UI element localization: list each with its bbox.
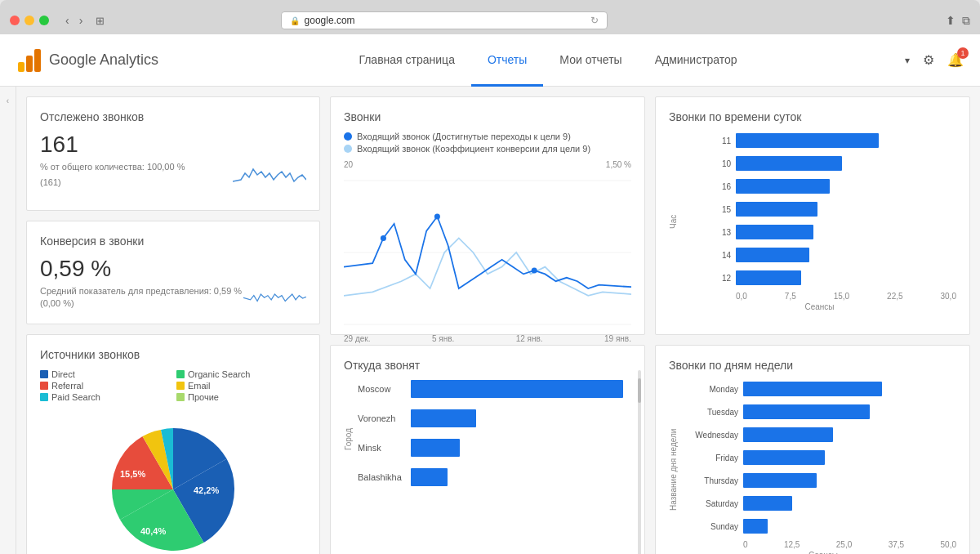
nav-my-reports[interactable]: Мои отчеты xyxy=(543,35,638,87)
city-row-voronezh: Voronezh xyxy=(358,409,631,427)
hour-x-3: 22,5 xyxy=(887,292,902,301)
svg-text:15,5%: 15,5% xyxy=(120,469,145,479)
friday-bar xyxy=(743,450,825,465)
conversion-sparkline xyxy=(243,278,306,311)
origin-y-axis: Город xyxy=(344,380,353,498)
by-weekday-card: Звонки по дням недели Название дня недел… xyxy=(655,345,970,554)
address-bar[interactable]: 🔒 google.com ↻ xyxy=(281,11,608,29)
calls-chart-area: 20 1,50 % xyxy=(344,160,631,355)
saturday-label: Saturday xyxy=(690,499,743,508)
nav-arrows: ‹ › xyxy=(62,12,86,29)
svg-rect-2 xyxy=(34,49,41,72)
column-2: Звонки Входящий звонок (Достигнутые пере… xyxy=(330,96,645,554)
pie-container: 42,2% 40,4% 15,5% xyxy=(40,410,306,554)
hour-10-label: 10 xyxy=(683,159,736,168)
calls-chart-legend: Входящий звонок (Достигнутые переходы к … xyxy=(344,132,631,154)
nav-home[interactable]: Главная страница xyxy=(342,35,471,87)
by-weekday-title: Звонки по дням недели xyxy=(669,359,956,372)
legend-conversion-label: Входящий звонок (Коэффициент конверсии д… xyxy=(357,144,590,154)
minimize-button[interactable] xyxy=(24,16,34,25)
city-bars: Moscow Voronezh Minsk xyxy=(358,380,631,498)
weekday-row-saturday: Saturday xyxy=(690,494,956,512)
organic-dot xyxy=(176,370,185,378)
conversion-value: 0,59 % xyxy=(40,256,243,282)
other-dot xyxy=(176,393,185,401)
hour-14-label: 14 xyxy=(683,251,736,260)
fullscreen-icon[interactable]: ⧉ xyxy=(962,14,970,28)
city-voronezh: Voronezh xyxy=(358,413,411,423)
referral-dot xyxy=(40,382,48,390)
hour-12-label: 12 xyxy=(683,274,736,283)
main-nav: Главная страница Отчеты Мои отчеты Админ… xyxy=(191,35,905,86)
legend-incoming: Входящий звонок (Достигнутые переходы к … xyxy=(344,132,631,141)
reload-button[interactable]: ⊞ xyxy=(92,13,108,29)
maximize-button[interactable] xyxy=(39,16,49,25)
hour-bars-wrapper: 11 10 16 15 xyxy=(683,132,956,311)
direct-label: Direct xyxy=(51,369,75,379)
browser-actions: ⬆ ⧉ xyxy=(946,14,970,28)
share-icon[interactable]: ⬆ xyxy=(946,14,956,28)
hour-10-bar xyxy=(736,156,842,171)
hour-row-10: 10 xyxy=(683,154,956,172)
hour-13-label: 13 xyxy=(683,228,736,237)
svg-rect-0 xyxy=(18,62,24,72)
forward-button[interactable]: › xyxy=(76,12,87,29)
scrollbar-thumb xyxy=(638,378,641,403)
conversion-sub: Средний показатель для представления: 0,… xyxy=(40,285,243,311)
friday-label: Friday xyxy=(690,453,743,462)
saturday-bar xyxy=(743,496,792,511)
email-label: Email xyxy=(188,381,211,391)
sunday-bar xyxy=(743,519,768,534)
sunday-label: Sunday xyxy=(690,522,743,531)
weekday-x-axis-label: Сеансы xyxy=(690,551,956,554)
x-label-0: 29 дек. xyxy=(344,334,370,343)
hour-x-0: 0,0 xyxy=(736,292,747,301)
header-actions: ▾ ⚙ 🔔 1 xyxy=(905,52,964,68)
hour-14-bar xyxy=(736,248,809,262)
weekday-row-wednesday: Wednesday xyxy=(690,426,956,444)
hour-row-12: 12 xyxy=(683,269,956,287)
by-hour-title: Звонки по времени суток xyxy=(669,110,956,123)
scrollbar[interactable] xyxy=(638,370,641,554)
legend-email: Email xyxy=(176,381,306,391)
notifications-wrapper: 🔔 1 xyxy=(947,52,964,68)
app-header: Google Analytics Главная страница Отчеты… xyxy=(0,34,980,87)
settings-icon[interactable]: ⚙ xyxy=(923,52,934,68)
weekday-row-tuesday: Tuesday xyxy=(690,403,956,421)
calls-tracked-inner: 161 % от общего количества: 100,00 % (16… xyxy=(40,132,306,190)
hour-x-axis-label: Сеансы xyxy=(683,302,956,311)
thursday-label: Thursday xyxy=(690,476,743,485)
conversion-card: Конверсия в звонки 0,59 % Средний показа… xyxy=(26,221,320,324)
nav-reports[interactable]: Отчеты xyxy=(471,35,543,87)
logo-text: Google Analytics xyxy=(49,51,158,69)
weekday-bars-wrapper: Monday Tuesday Wednesday xyxy=(690,380,956,554)
svg-point-11 xyxy=(532,267,537,273)
nav-admin[interactable]: Администратор xyxy=(639,35,754,87)
balashikha-bar xyxy=(411,468,448,486)
url-text: google.com xyxy=(305,15,355,26)
legend-referral: Referral xyxy=(40,381,170,391)
x-label-1: 5 янв. xyxy=(432,334,454,343)
back-button[interactable]: ‹ xyxy=(62,12,73,29)
hour-x-2: 15,0 xyxy=(834,292,849,301)
hour-13-bar xyxy=(736,225,813,239)
hour-16-label: 16 xyxy=(683,182,736,191)
city-row-balashikha: Balashikha xyxy=(358,468,631,486)
dropdown-icon[interactable]: ▾ xyxy=(905,55,910,66)
weekday-x-1: 12,5 xyxy=(784,540,800,549)
monday-label: Monday xyxy=(690,385,743,394)
refresh-icon[interactable]: ↻ xyxy=(590,15,599,26)
notification-badge: 1 xyxy=(957,47,969,59)
y-axis-labels: 20 1,50 % xyxy=(344,160,631,169)
by-hour-card: Звонки по времени суток Час 11 10 xyxy=(655,96,970,335)
legend-organic: Organic Search xyxy=(176,369,306,379)
moscow-bar xyxy=(411,380,623,398)
calls-tracked-title: Отслежено звонков xyxy=(40,110,306,123)
browser-titlebar: ‹ › ⊞ 🔒 google.com ↻ ⬆ ⧉ xyxy=(0,7,980,34)
calls-tracked-sub: % от общего количества: 100,00 % xyxy=(40,161,185,173)
incoming-dot xyxy=(344,132,352,141)
close-button[interactable] xyxy=(10,16,20,25)
hour-row-11: 11 xyxy=(683,132,956,150)
calls-tracked-value: 161 xyxy=(40,132,185,158)
sidebar-toggle[interactable]: ‹ xyxy=(0,87,16,554)
